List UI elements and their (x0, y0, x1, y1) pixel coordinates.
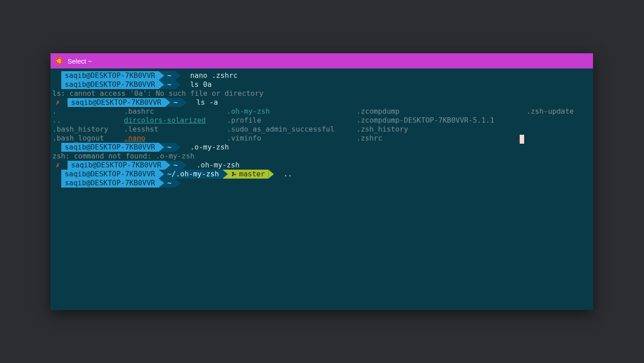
terminal-window: Select ~ saqib@DESKTOP-7KB0VVR~ nano .zs… (51, 53, 593, 310)
ls-entry: .bash_history (52, 125, 124, 134)
command-text: .o-my-zsh (190, 143, 229, 152)
command-text: ls -a (196, 98, 218, 107)
prompt-host-segment: saqib@DESKTOP-7KB0VVR (61, 71, 159, 80)
prompt-path-segment: ~ (170, 161, 182, 170)
ls-entry: .. (52, 116, 124, 125)
ls-entry: .zshrc (356, 134, 526, 143)
ls-entry: .zsh-update (526, 107, 591, 116)
command-text: ls 0a (190, 80, 212, 89)
svg-point-0 (58, 60, 60, 62)
prompt-line-error: ✗ saqib@DESKTOP-7KB0VVR~ ls -a (52, 98, 591, 107)
ls-entry: .zcompdump-DESKTOP-7KB0VVR-5.1.1 (356, 116, 526, 125)
prompt-line-git: saqib@DESKTOP-7KB0VVR~/.oh-my-zshmaster … (52, 170, 591, 179)
prompt-host-segment: saqib@DESKTOP-7KB0VVR (68, 161, 165, 170)
powerline-arrow-icon (175, 80, 181, 89)
ls-entry: .bashrc (124, 107, 227, 116)
output-line: zsh: command not found: .o-my-zsh (52, 152, 591, 161)
git-branch-icon (231, 171, 237, 177)
powerline-arrow-icon (268, 170, 274, 179)
prompt-host-segment: saqib@DESKTOP-7KB0VVR (68, 98, 165, 107)
ls-entry: .zsh_history (356, 125, 526, 134)
svg-point-1 (57, 60, 58, 61)
prompt-path-segment: ~ (164, 71, 175, 80)
ls-entry: dircolors-solarized (124, 116, 227, 125)
prompt-line: saqib@DESKTOP-7KB0VVR~ .o-my-zsh (52, 143, 591, 152)
svg-point-2 (59, 59, 60, 60)
error-status-icon: ✗ (52, 161, 63, 170)
command-text: nano .zshrc (190, 71, 237, 80)
svg-point-3 (59, 62, 60, 63)
ls-entry: .oh-my-zsh (227, 107, 356, 116)
prompt-host-segment: saqib@DESKTOP-7KB0VVR (61, 80, 159, 89)
text-cursor (520, 135, 524, 144)
prompt-path-segment: ~ (164, 143, 175, 152)
ls-entry: .lesshst (124, 125, 227, 134)
ls-entry: .profile (227, 116, 356, 125)
prompt-git-segment: master (228, 170, 269, 179)
ls-entry: .bash_logout (52, 134, 124, 143)
ls-entry: .sudo_as_admin_successful (227, 125, 356, 134)
prompt-path-segment: ~ (170, 98, 182, 107)
prompt-line: saqib@DESKTOP-7KB0VVR~ ls 0a (52, 80, 591, 89)
prompt-line: saqib@DESKTOP-7KB0VVR~ (52, 179, 591, 188)
ls-entry: .viminfo (227, 134, 356, 143)
ls-entry: . (52, 107, 124, 116)
powerline-arrow-icon (182, 98, 187, 107)
error-status-icon: ✗ (52, 98, 63, 107)
powerline-arrow-icon (175, 143, 181, 152)
ls-entry: .nano (124, 134, 227, 143)
ubuntu-icon (55, 57, 63, 65)
command-text: .. (284, 170, 292, 179)
ls-output: . .bashrc .oh-my-zsh .zcompdump .zsh-upd… (52, 107, 591, 143)
titlebar[interactable]: Select ~ (51, 53, 593, 68)
prompt-host-segment: saqib@DESKTOP-7KB0VVR (61, 170, 159, 179)
powerline-arrow-icon (175, 179, 181, 188)
window-title: Select ~ (68, 57, 92, 65)
prompt-line-error: ✗ saqib@DESKTOP-7KB0VVR~ .oh-my-zsh (52, 161, 591, 170)
prompt-host-segment: saqib@DESKTOP-7KB0VVR (61, 143, 159, 152)
terminal-body[interactable]: saqib@DESKTOP-7KB0VVR~ nano .zshrc saqib… (51, 68, 593, 310)
ls-entry: .zcompdump (356, 107, 526, 116)
powerline-arrow-icon (182, 161, 187, 170)
prompt-path-segment: ~ (164, 179, 175, 188)
prompt-host-segment: saqib@DESKTOP-7KB0VVR (61, 179, 159, 188)
prompt-path-segment: ~ (164, 80, 175, 89)
powerline-arrow-icon (175, 71, 181, 80)
prompt-path-segment: ~/.oh-my-zsh (164, 170, 223, 179)
prompt-line: saqib@DESKTOP-7KB0VVR~ nano .zshrc (52, 71, 591, 80)
output-line: ls: cannot access '0a': No such file or … (52, 89, 591, 98)
command-text: .oh-my-zsh (196, 161, 239, 170)
